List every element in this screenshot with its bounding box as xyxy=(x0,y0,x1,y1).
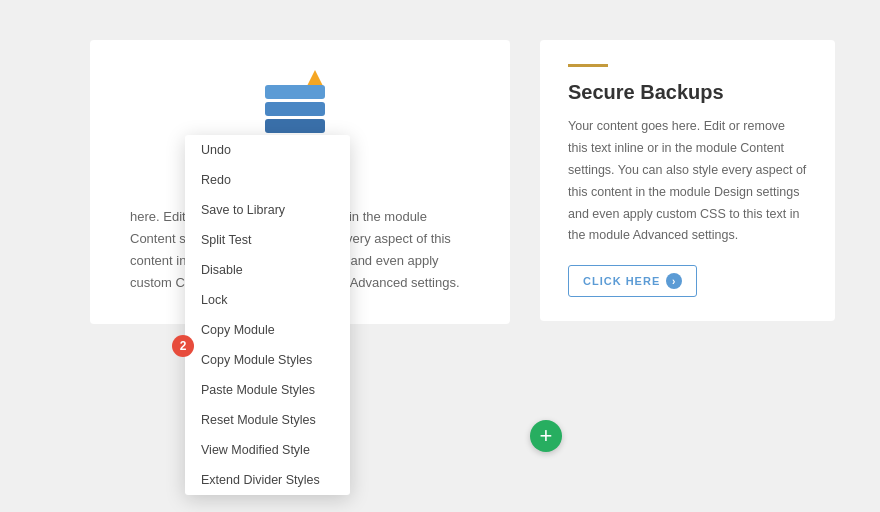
main-area: antee here. Edit or remove this text inl… xyxy=(0,0,880,512)
menu-item-redo[interactable]: Redo xyxy=(185,165,350,195)
click-here-label: CLICK HERE xyxy=(583,275,660,287)
menu-item-extend-divider-styles[interactable]: Extend Divider Styles xyxy=(185,465,350,495)
menu-item-paste-module-styles[interactable]: Paste Module Styles xyxy=(185,375,350,405)
right-card-body: Your content goes here. Edit or remove t… xyxy=(568,116,807,247)
arrow-circle-icon: › xyxy=(666,273,682,289)
menu-item-split-test[interactable]: Split Test xyxy=(185,225,350,255)
context-menu: Undo Redo Save to Library Split Test Dis… xyxy=(185,135,350,495)
db-layer-3 xyxy=(265,119,325,133)
right-card-heading: Secure Backups xyxy=(568,81,807,104)
menu-item-undo[interactable]: Undo xyxy=(185,135,350,165)
menu-item-copy-module-styles[interactable]: Copy Module Styles xyxy=(185,345,350,375)
menu-item-disable[interactable]: Disable xyxy=(185,255,350,285)
menu-item-copy-module[interactable]: Copy Module xyxy=(185,315,350,345)
accent-line xyxy=(568,64,608,67)
click-here-button[interactable]: CLICK HERE › xyxy=(568,265,697,297)
menu-item-save-to-library[interactable]: Save to Library xyxy=(185,195,350,225)
badge-number: 2 xyxy=(172,335,194,357)
right-card: Secure Backups Your content goes here. E… xyxy=(540,40,835,321)
menu-item-reset-module-styles[interactable]: Reset Module Styles xyxy=(185,405,350,435)
db-layer-2 xyxy=(265,102,325,116)
menu-item-lock[interactable]: Lock xyxy=(185,285,350,315)
db-layer-1 xyxy=(265,85,325,99)
plus-button[interactable]: + xyxy=(530,420,562,452)
menu-item-view-modified-style[interactable]: View Modified Style xyxy=(185,435,350,465)
